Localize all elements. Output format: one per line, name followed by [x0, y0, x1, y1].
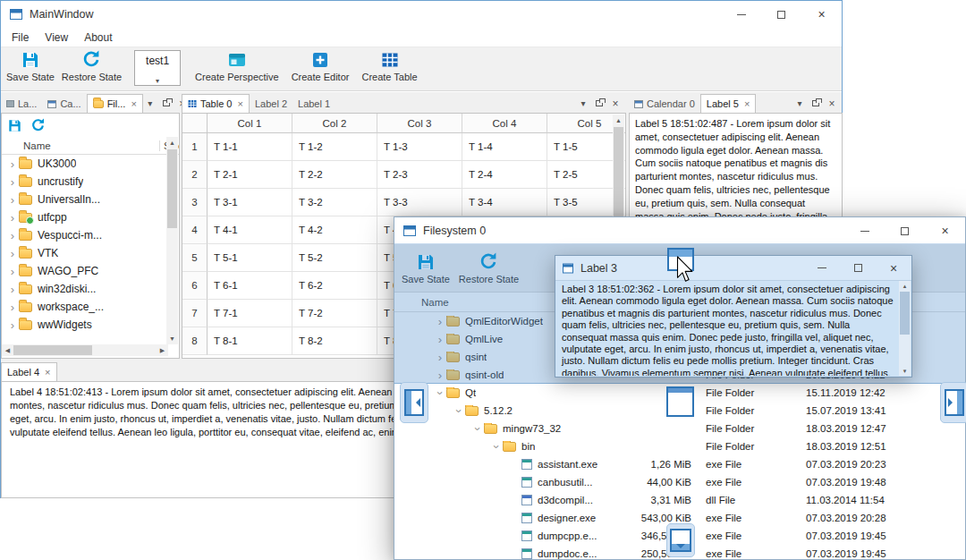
tabs-menu-icon[interactable]: ▾ [792, 97, 807, 111]
restore-icon[interactable] [30, 118, 46, 133]
scroll-left-button[interactable]: ◀ [2, 344, 13, 356]
table-cell[interactable]: T 2-1 [208, 161, 292, 189]
scroll-up-button[interactable]: ▲ [166, 137, 178, 148]
column-header[interactable]: Col 4 [462, 114, 547, 133]
fs-tree-item[interactable]: d3dcompil...3,31 MiBdll File11.03.2014 1… [394, 491, 965, 509]
row-number[interactable]: 7 [182, 300, 208, 327]
tree-item[interactable]: ›UK3000 [2, 155, 168, 173]
tree-item[interactable]: ›workspace_... [2, 298, 168, 316]
expand-arrow-icon[interactable]: › [6, 158, 19, 170]
tabs-menu-icon[interactable]: ▾ [143, 97, 157, 111]
tree-item[interactable]: ›win32diski... [2, 280, 168, 298]
column-header[interactable]: Col 3 [377, 114, 462, 133]
table-cell[interactable]: T 1-1 [208, 133, 292, 161]
table-cell[interactable]: T 7-2 [292, 300, 377, 327]
float-icon[interactable] [592, 97, 606, 111]
expand-arrow-icon[interactable]: › [453, 405, 465, 417]
close-icon[interactable]: × [237, 98, 242, 109]
maximize-button[interactable] [761, 1, 801, 28]
table-cell[interactable]: T 3-2 [292, 189, 377, 216]
scroll-right-button[interactable]: ▶ [157, 344, 168, 356]
expand-arrow-icon[interactable]: › [6, 230, 19, 242]
tab-filesystem[interactable]: Fil... × [87, 94, 143, 113]
close-button[interactable]: × [876, 256, 911, 280]
table-cell[interactable]: T 3-3 [377, 189, 462, 216]
table-cell[interactable]: T 8-1 [208, 327, 292, 355]
drop-indicator-center[interactable] [666, 386, 694, 417]
menu-about[interactable]: About [76, 30, 120, 46]
close-icon[interactable]: × [744, 98, 750, 109]
scroll-thumb[interactable] [167, 149, 177, 228]
scroll-down-button[interactable]: ▼ [166, 333, 178, 344]
float-icon[interactable] [159, 97, 174, 111]
create-perspective-button[interactable]: Create Perspective [195, 47, 279, 82]
table-cell[interactable]: T 2-4 [462, 161, 547, 189]
tab-calendar0[interactable]: Calendar 0 [629, 94, 700, 113]
drop-indicator-left[interactable] [400, 382, 428, 423]
close-button[interactable]: × [801, 1, 842, 28]
row-number[interactable]: 5 [182, 244, 208, 272]
expand-arrow-icon[interactable]: › [435, 387, 446, 399]
create-editor-button[interactable]: Create Editor [292, 47, 350, 82]
tree-item[interactable]: ›VTK [2, 244, 168, 262]
table-cell[interactable]: T 1-4 [462, 133, 547, 161]
save-state-button[interactable]: Save State [6, 47, 55, 82]
row-number[interactable]: 6 [182, 272, 208, 300]
tree-item[interactable]: ›Vespucci-m... [2, 226, 168, 244]
column-header-name[interactable]: Name [2, 140, 159, 151]
maximize-button[interactable] [885, 217, 925, 244]
table-cell[interactable]: T 5-2 [292, 244, 377, 272]
drop-indicator-right[interactable] [940, 382, 966, 423]
tab-label[interactable]: La... [1, 94, 42, 113]
tree-item[interactable]: ›wwWidgets [2, 316, 168, 334]
fs-tree-item[interactable]: ›binFile Folder18.03.2019 12:51 [394, 437, 965, 455]
table-cell[interactable]: T 4-2 [292, 216, 377, 244]
expand-arrow-icon[interactable]: › [6, 284, 19, 295]
table-cell[interactable]: T 7-1 [208, 300, 292, 327]
scroll-thumb[interactable] [13, 345, 92, 355]
table-cell[interactable]: T 8-2 [292, 327, 377, 355]
close-icon[interactable]: × [45, 367, 50, 378]
perspective-select[interactable]: test1 ▾ [134, 50, 181, 86]
table-cell[interactable]: T 6-1 [208, 272, 292, 300]
table-cell[interactable]: T 2-3 [377, 161, 462, 189]
table-cell[interactable]: T 3-1 [208, 189, 292, 216]
horizontal-scrollbar[interactable]: ◀ ▶ [2, 344, 168, 356]
row-number[interactable]: 3 [182, 189, 208, 216]
tree-item[interactable]: ›UniversalIn... [2, 191, 168, 208]
vertical-scrollbar[interactable]: ▴ ▾ [899, 281, 911, 376]
tree-item[interactable]: ›utfcpp [2, 208, 168, 226]
table-cell[interactable]: T 3-4 [462, 189, 547, 216]
scroll-up-button[interactable]: ▴ [899, 281, 911, 291]
expand-arrow-icon[interactable]: › [6, 194, 19, 206]
expand-arrow-icon[interactable]: › [6, 212, 19, 224]
scroll-up-button[interactable]: ▲ [613, 115, 624, 126]
column-header[interactable]: Col 1 [208, 114, 292, 133]
tree-item[interactable]: ›uncrustify [2, 173, 168, 191]
close-icon[interactable]: × [825, 97, 839, 111]
table-cell[interactable]: T 5-1 [208, 244, 292, 272]
tab-label4[interactable]: Label 4 × [1, 362, 57, 381]
tab-table0[interactable]: Table 0 × [182, 94, 250, 113]
column-header[interactable]: Col 2 [292, 114, 377, 133]
table-cell[interactable]: T 4-1 [208, 216, 292, 244]
menu-file[interactable]: File [4, 30, 37, 46]
drop-indicator-bottom[interactable] [666, 523, 695, 557]
minimize-button[interactable] [844, 217, 885, 244]
tab-calendar[interactable]: Ca... [42, 94, 86, 113]
fs-tree-item[interactable]: assistant.exe1,26 MiBexe File07.03.2019 … [394, 455, 965, 473]
main-titlebar[interactable]: MainWindow × [1, 1, 842, 28]
float-icon[interactable] [809, 97, 823, 111]
restore-state-button[interactable]: Restore State [62, 47, 122, 82]
row-number[interactable]: 4 [182, 216, 208, 244]
expand-arrow-icon[interactable]: › [6, 248, 19, 259]
row-number[interactable]: 2 [182, 161, 208, 189]
tab-label1[interactable]: Label 1 [292, 94, 335, 113]
fs-tree-item[interactable]: canbusutil...44,00 KiBexe File07.03.2019… [394, 473, 965, 491]
expand-arrow-icon[interactable]: › [6, 319, 19, 331]
label3-titlebar[interactable]: Label 3 × [555, 256, 911, 281]
menu-view[interactable]: View [37, 30, 76, 46]
minimize-button[interactable] [721, 1, 761, 28]
table-cell[interactable]: T 1-3 [377, 133, 462, 161]
close-icon[interactable]: × [608, 97, 623, 111]
